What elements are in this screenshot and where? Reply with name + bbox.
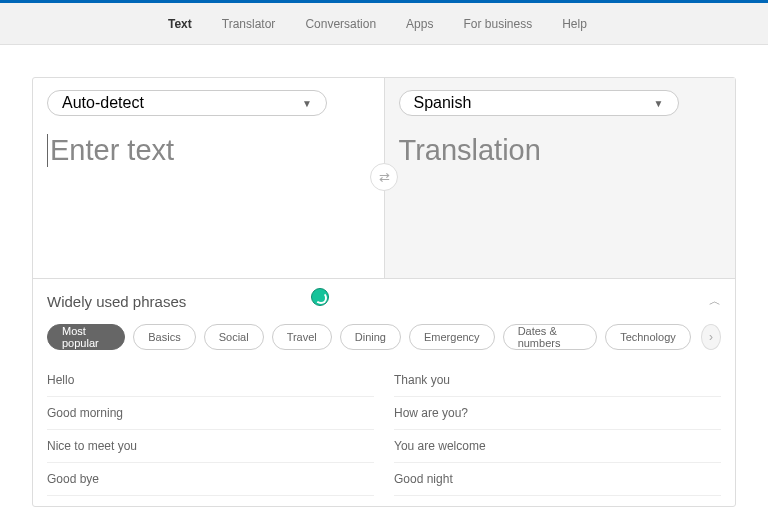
- collapse-icon[interactable]: ︿: [709, 293, 721, 310]
- chip-dining[interactable]: Dining: [340, 324, 401, 350]
- grammarly-icon[interactable]: [311, 288, 329, 306]
- source-text-input[interactable]: Enter text: [47, 134, 370, 167]
- chevron-right-icon: ›: [709, 330, 713, 344]
- chip-technology[interactable]: Technology: [605, 324, 691, 350]
- chip-travel[interactable]: Travel: [272, 324, 332, 350]
- phrase-item[interactable]: How are you?: [394, 397, 721, 430]
- phrase-col-left: Hello Good morning Nice to meet you Good…: [47, 364, 374, 496]
- phrase-item[interactable]: Good bye: [47, 463, 374, 496]
- nav-help[interactable]: Help: [562, 17, 587, 31]
- phrase-item[interactable]: Hello: [47, 364, 374, 397]
- chip-emergency[interactable]: Emergency: [409, 324, 495, 350]
- source-language-label: Auto-detect: [62, 94, 144, 112]
- chip-dates-numbers[interactable]: Dates & numbers: [503, 324, 598, 350]
- nav-business[interactable]: For business: [463, 17, 532, 31]
- nav-conversation[interactable]: Conversation: [305, 17, 376, 31]
- target-pane: Spanish ▼ Translation: [385, 78, 736, 278]
- target-language-select[interactable]: Spanish ▼: [399, 90, 679, 116]
- swap-icon: ⇄: [379, 170, 390, 185]
- nav-bar: Text Translator Conversation Apps For bu…: [0, 3, 768, 45]
- chip-next-button[interactable]: ›: [701, 324, 721, 350]
- target-text-output: Translation: [399, 134, 722, 167]
- source-pane: Auto-detect ▼ Enter text: [33, 78, 385, 278]
- swap-languages-button[interactable]: ⇄: [370, 163, 398, 191]
- phrases-header: Widely used phrases ︿: [47, 293, 721, 310]
- phrase-columns: Hello Good morning Nice to meet you Good…: [47, 364, 721, 496]
- phrases-section: Widely used phrases ︿ Most popular Basic…: [33, 278, 735, 506]
- phrase-col-right: Thank you How are you? You are welcome G…: [394, 364, 721, 496]
- translator-container: Auto-detect ▼ Enter text Spanish ▼ Trans…: [32, 77, 736, 507]
- target-language-label: Spanish: [414, 94, 472, 112]
- chip-social[interactable]: Social: [204, 324, 264, 350]
- source-language-select[interactable]: Auto-detect ▼: [47, 90, 327, 116]
- nav-text[interactable]: Text: [168, 17, 192, 31]
- chip-basics[interactable]: Basics: [133, 324, 195, 350]
- phrase-item[interactable]: Good morning: [47, 397, 374, 430]
- category-chips: Most popular Basics Social Travel Dining…: [47, 324, 721, 350]
- phrase-item[interactable]: You are welcome: [394, 430, 721, 463]
- chevron-down-icon: ▼: [302, 98, 312, 109]
- nav-apps[interactable]: Apps: [406, 17, 433, 31]
- phrase-item[interactable]: Good night: [394, 463, 721, 496]
- chip-most-popular[interactable]: Most popular: [47, 324, 125, 350]
- phrases-title: Widely used phrases: [47, 293, 186, 310]
- phrase-item[interactable]: Thank you: [394, 364, 721, 397]
- phrase-item[interactable]: Nice to meet you: [47, 430, 374, 463]
- nav-translator[interactable]: Translator: [222, 17, 276, 31]
- chevron-down-icon: ▼: [654, 98, 664, 109]
